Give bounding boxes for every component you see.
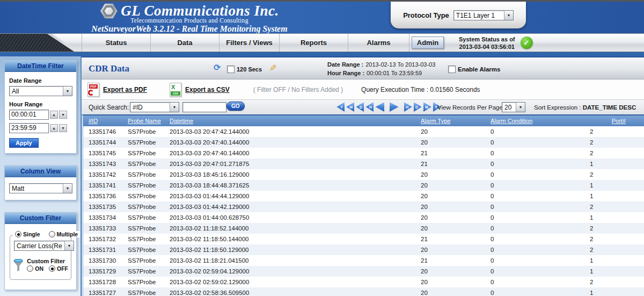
column-header-alarm-count[interactable]: Alarm Count: [634, 115, 644, 126]
on-label: ON: [35, 265, 43, 272]
table-row[interactable]: 13351735SS7Probe2013-03-03 01:44:42.1290…: [83, 201, 644, 212]
tab-admin[interactable]: Admin: [409, 34, 446, 52]
table-cell: 1: [584, 266, 634, 277]
tab-reports[interactable]: Reports: [280, 34, 348, 52]
column-header-probe-name[interactable]: Probe Name: [122, 115, 164, 126]
protocol-type-select[interactable]: T1E1 Layer 1 ▼: [453, 10, 514, 20]
pager-prev-h-icon[interactable]: H: [365, 102, 374, 112]
column-view-select[interactable]: Matt ▼: [9, 183, 72, 193]
hour-to-input[interactable]: 23:59:59: [9, 123, 49, 133]
hour-from-input[interactable]: 00:00:01: [9, 110, 49, 120]
date-range-label: Date Range: [9, 77, 72, 84]
column-header-datetime[interactable]: Datetime: [164, 115, 415, 126]
column-header-port-[interactable]: Port#: [584, 115, 634, 126]
table-cell: 2013-03-02 11:18:50.144000: [164, 234, 415, 244]
table-cell: 2013-03-02 11:18:21.041500: [164, 255, 415, 266]
table-cell: 21: [415, 255, 485, 266]
tab-status[interactable]: Status: [82, 34, 151, 52]
spinner-down-icon[interactable]: ▼: [59, 111, 67, 119]
protocol-panel: Protocol Type T1E1 Layer 1 ▼: [391, 2, 526, 28]
table-cell: 20: [415, 126, 485, 137]
tab-alarms[interactable]: Alarms: [348, 34, 409, 52]
chevron-down-icon: ▼: [504, 11, 513, 20]
table-row[interactable]: 13351746SS7Probe2013-03-03 20:47:42.1440…: [83, 126, 644, 137]
table-cell: SS7Probe: [122, 234, 164, 244]
column-header-alarm-type[interactable]: Alarm Type: [415, 115, 485, 126]
table-row[interactable]: 13351729SS7Probe2013-03-02 02:59:04.1290…: [83, 266, 644, 277]
quick-search-field-select[interactable]: #ID ▼: [130, 102, 179, 112]
table-row[interactable]: 13351732SS7Probe2013-03-02 11:18:50.1440…: [83, 234, 644, 244]
table-cell: 127: [634, 277, 644, 287]
table-cell: 127: [634, 255, 644, 266]
table-row[interactable]: 13351731SS7Probe2013-03-02 11:18:50.1290…: [83, 244, 644, 255]
export-pdf-link[interactable]: Export as PDF: [103, 86, 147, 93]
table-cell: 1: [584, 191, 634, 201]
pager-prev-icon[interactable]: [375, 102, 384, 112]
spinner-up-icon[interactable]: ▲: [50, 111, 58, 119]
table-row[interactable]: 13351742SS7Probe2013-03-03 18:45:16.1290…: [83, 169, 644, 180]
table-cell: SS7Probe: [122, 126, 164, 137]
multiple-radio[interactable]: Multiple: [49, 231, 78, 237]
date-range-select[interactable]: All ▼: [9, 86, 72, 96]
table-row[interactable]: 13351741SS7Probe2013-03-03 18:44:48.3716…: [83, 180, 644, 191]
table-cell: 13351731: [83, 244, 122, 255]
hour-range-label: Hour Range :: [327, 70, 364, 76]
table-row[interactable]: 13351744SS7Probe2013-03-03 20:47:40.1440…: [83, 137, 644, 148]
pdf-icon[interactable]: PDF: [87, 83, 99, 97]
table-row[interactable]: 13351745SS7Probe2013-03-03 20:47:40.1440…: [83, 148, 644, 158]
refresh-interval-checkbox[interactable]: [227, 66, 235, 73]
pager-next-m-icon[interactable]: M: [423, 102, 432, 112]
table-cell: SS7Probe: [122, 158, 164, 169]
table-row[interactable]: 13351734SS7Probe2013-03-03 01:44:00.6287…: [83, 212, 644, 223]
table-cell: SS7Probe: [122, 180, 164, 191]
quick-search-input[interactable]: [182, 102, 226, 112]
pager-next-h-icon[interactable]: H: [404, 102, 413, 112]
content-area: CDR Data ⟳ 120 Secs ✎ Date Range :2013-0…: [82, 56, 644, 296]
datetime-filter-title: DateTime Filter: [5, 61, 76, 72]
pager-next-d-icon[interactable]: D: [414, 102, 422, 112]
table-row[interactable]: 13351736SS7Probe2013-03-03 01:44:44.1290…: [83, 191, 644, 201]
table-cell: SS7Probe: [122, 255, 164, 266]
spinner-down-icon[interactable]: ▼: [59, 124, 67, 132]
table-cell: 0: [485, 191, 584, 201]
table-cell: 1: [584, 158, 634, 169]
csv-icon[interactable]: XCSV: [170, 83, 181, 97]
table-cell: 1: [584, 212, 634, 223]
table-cell: 0: [485, 137, 584, 148]
system-status: System Status as of 2013-03-04 03:56:01 …: [459, 34, 533, 52]
table-row[interactable]: 13351733SS7Probe2013-03-02 11:18:52.1440…: [83, 223, 644, 234]
pager-prev-m-icon[interactable]: M: [346, 102, 354, 112]
column-header-alarm-condition[interactable]: Alarm Condition: [485, 115, 584, 126]
per-page-select[interactable]: 20 ▼: [502, 102, 525, 112]
table-cell: 20: [415, 137, 485, 148]
table-row[interactable]: 13351727SS7Probe2013-03-02 02:58:36.5095…: [83, 287, 644, 296]
table-row[interactable]: 13351730SS7Probe2013-03-02 11:18:21.0415…: [83, 255, 644, 266]
tab-filters-views[interactable]: Filters / Views: [219, 34, 280, 52]
enable-alarms-checkbox[interactable]: [448, 66, 456, 73]
table-row[interactable]: 13351743SS7Probe2013-03-03 20:47:01.2718…: [83, 158, 644, 169]
table-cell: 13351746: [83, 126, 122, 137]
edit-pencil-icon[interactable]: ✎: [269, 63, 276, 73]
system-status-label: System Status as of: [459, 35, 515, 43]
single-radio[interactable]: Single: [15, 231, 40, 237]
search-bar: Quick Search: #ID ▼ GO YMDHHDMY View Rec…: [82, 99, 644, 115]
tab-data[interactable]: Data: [151, 34, 219, 52]
table-cell: 2: [584, 137, 634, 148]
custom-filter-select[interactable]: Carrier Loss(Re ▼: [14, 241, 74, 251]
pager-prev-y-icon[interactable]: Y: [336, 102, 345, 112]
column-header--id[interactable]: #ID: [83, 115, 122, 126]
spinner-up-icon[interactable]: ▲: [50, 124, 58, 132]
pager-prev-d-icon[interactable]: D: [355, 102, 364, 112]
custom-filter-on-radio[interactable]: ON: [27, 265, 43, 272]
go-button[interactable]: GO: [226, 102, 245, 111]
table-cell: 2: [584, 223, 634, 234]
pager-next-icon[interactable]: [390, 102, 399, 112]
export-csv-link[interactable]: Export as CSV: [185, 86, 230, 93]
table-cell: 2: [584, 201, 634, 212]
refresh-icon[interactable]: ⟳: [214, 62, 221, 73]
apply-button[interactable]: Apply: [9, 138, 39, 148]
table-cell: 1: [584, 180, 634, 191]
table-row[interactable]: 13351728SS7Probe2013-03-02 02:59:02.1290…: [83, 277, 644, 287]
table-cell: 13351730: [83, 255, 122, 266]
custom-filter-off-radio[interactable]: OFF: [49, 265, 68, 272]
